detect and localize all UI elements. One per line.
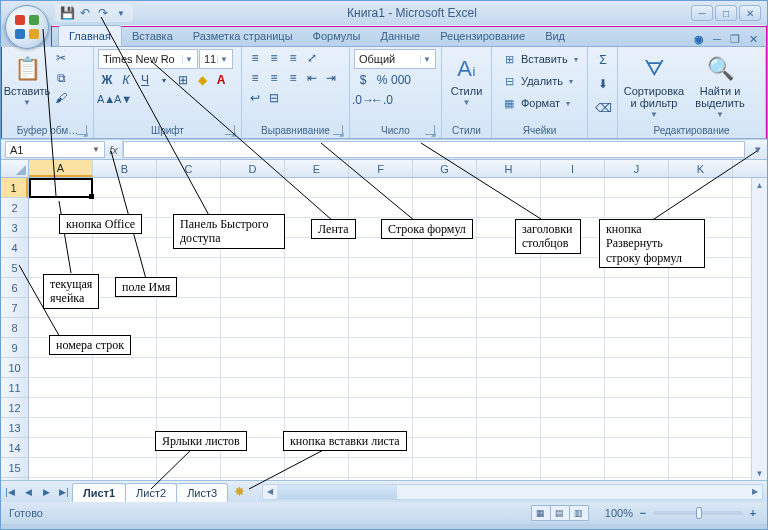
find-select-button[interactable]: 🔍 Найти и выделить▼ <box>690 49 750 120</box>
row-header[interactable]: 14 <box>1 438 28 458</box>
shrink-font-icon[interactable]: A▼ <box>115 91 131 107</box>
bold-button[interactable]: Ж <box>98 71 116 89</box>
number-dialog-icon[interactable] <box>425 125 435 135</box>
sheet-nav-first-button[interactable]: |◀ <box>1 483 19 501</box>
mdi-minimize-button[interactable]: ─ <box>710 32 724 46</box>
increase-decimal-button[interactable]: .0→ <box>354 91 372 109</box>
fill-color-button[interactable]: ◆ <box>193 71 211 89</box>
copy-button[interactable]: ⧉ <box>52 69 70 87</box>
office-button[interactable] <box>5 5 49 49</box>
select-all-button[interactable] <box>1 160 29 177</box>
zoom-in-button[interactable]: + <box>747 507 759 519</box>
number-format-combo[interactable]: Общий▼ <box>354 49 436 69</box>
align-bottom-button[interactable]: ≡ <box>284 49 302 67</box>
clipboard-dialog-icon[interactable] <box>77 125 87 135</box>
sheet-nav-prev-button[interactable]: ◀ <box>19 483 37 501</box>
undo-icon[interactable]: ↶ <box>77 5 93 21</box>
column-header[interactable]: J <box>605 160 669 177</box>
tab-home[interactable]: Главная <box>58 25 122 46</box>
row-header[interactable]: 6 <box>1 278 28 298</box>
cut-button[interactable]: ✂ <box>52 49 70 67</box>
grow-font-icon[interactable]: A▲ <box>98 91 114 107</box>
paste-button[interactable]: 📋 Вставить ▼ <box>6 49 48 108</box>
fx-icon[interactable]: fx <box>105 140 123 159</box>
font-dialog-icon[interactable] <box>225 125 235 135</box>
row-header[interactable]: 13 <box>1 418 28 438</box>
maximize-button[interactable]: □ <box>715 5 737 21</box>
border-button[interactable]: ⊞ <box>174 71 192 89</box>
new-sheet-button[interactable]: ✸ <box>228 484 250 499</box>
column-header[interactable]: G <box>413 160 477 177</box>
sheet-nav-next-button[interactable]: ▶ <box>37 483 55 501</box>
row-header[interactable]: 12 <box>1 398 28 418</box>
format-cells-button[interactable]: ▦Формат▾ <box>496 93 583 113</box>
sheet-tab[interactable]: Лист3 <box>176 483 228 502</box>
merge-button[interactable]: ⊟ <box>265 89 283 107</box>
align-top-button[interactable]: ≡ <box>246 49 264 67</box>
mdi-close-button[interactable]: ✕ <box>746 32 760 46</box>
column-header[interactable]: D <box>221 160 285 177</box>
minimize-button[interactable]: ─ <box>691 5 713 21</box>
decrease-decimal-button[interactable]: ←.0 <box>373 91 391 109</box>
save-icon[interactable]: 💾 <box>59 5 75 21</box>
align-center-button[interactable]: ≡ <box>265 69 283 87</box>
styles-button[interactable]: Aᵢ Стили▼ <box>446 49 487 108</box>
orientation-button[interactable]: ⤢ <box>303 49 321 67</box>
column-header[interactable]: C <box>157 160 221 177</box>
align-middle-button[interactable]: ≡ <box>265 49 283 67</box>
expand-formula-bar-button[interactable]: ▾ <box>749 140 767 159</box>
row-header[interactable]: 5 <box>1 258 28 278</box>
zoom-level-label[interactable]: 100% <box>605 507 633 519</box>
row-header[interactable]: 3 <box>1 218 28 238</box>
sort-filter-button[interactable]: ᗊ Сортировка и фильтр▼ <box>622 49 686 120</box>
row-header[interactable]: 2 <box>1 198 28 218</box>
sheet-nav-last-button[interactable]: ▶| <box>55 483 73 501</box>
formula-input[interactable] <box>123 141 745 158</box>
comma-button[interactable]: 000 <box>392 71 410 89</box>
column-header[interactable]: F <box>349 160 413 177</box>
name-box[interactable]: A1▼ <box>5 141 105 158</box>
row-header[interactable]: 1 <box>1 178 28 198</box>
italic-button[interactable]: К <box>117 71 135 89</box>
row-header[interactable]: 15 <box>1 458 28 478</box>
tab-insert[interactable]: Вставка <box>122 26 183 46</box>
sheet-tab[interactable]: Лист1 <box>72 483 126 502</box>
decrease-indent-button[interactable]: ⇤ <box>303 69 321 87</box>
delete-cells-button[interactable]: ⊟Удалить▾ <box>496 71 583 91</box>
align-right-button[interactable]: ≡ <box>284 69 302 87</box>
zoom-out-button[interactable]: − <box>637 507 649 519</box>
row-header[interactable]: 7 <box>1 298 28 318</box>
tab-data[interactable]: Данные <box>370 26 430 46</box>
column-header[interactable]: B <box>93 160 157 177</box>
zoom-slider[interactable] <box>653 511 743 515</box>
fill-button[interactable]: ⬇ <box>592 73 614 95</box>
insert-cells-button[interactable]: ⊞Вставить▾ <box>496 49 583 69</box>
font-color-button[interactable]: A <box>212 71 230 89</box>
close-button[interactable]: ✕ <box>739 5 761 21</box>
active-cell[interactable] <box>29 178 93 198</box>
alignment-dialog-icon[interactable] <box>333 125 343 135</box>
tab-formulas[interactable]: Формулы <box>303 26 371 46</box>
mdi-restore-button[interactable]: ❐ <box>728 32 742 46</box>
column-header[interactable]: E <box>285 160 349 177</box>
redo-icon[interactable]: ↷ <box>95 5 111 21</box>
increase-indent-button[interactable]: ⇥ <box>322 69 340 87</box>
wrap-text-button[interactable]: ↩ <box>246 89 264 107</box>
view-normal-button[interactable]: ▦ <box>531 505 551 521</box>
underline-button[interactable]: Ч <box>136 71 154 89</box>
column-header[interactable]: I <box>541 160 605 177</box>
view-page-break-button[interactable]: ▥ <box>569 505 589 521</box>
autosum-button[interactable]: Σ <box>592 49 614 71</box>
sheet-tab[interactable]: Лист2 <box>125 483 177 502</box>
tab-page-layout[interactable]: Разметка страницы <box>183 26 303 46</box>
align-left-button[interactable]: ≡ <box>246 69 264 87</box>
percent-button[interactable]: % <box>373 71 391 89</box>
tab-view[interactable]: Вид <box>535 26 575 46</box>
currency-button[interactable]: $ <box>354 71 372 89</box>
clear-button[interactable]: ⌫ <box>592 97 614 119</box>
column-header[interactable]: A <box>29 160 93 177</box>
view-page-layout-button[interactable]: ▤ <box>550 505 570 521</box>
column-header[interactable]: K <box>669 160 733 177</box>
help-icon[interactable]: ◉ <box>694 33 704 46</box>
column-header[interactable]: H <box>477 160 541 177</box>
